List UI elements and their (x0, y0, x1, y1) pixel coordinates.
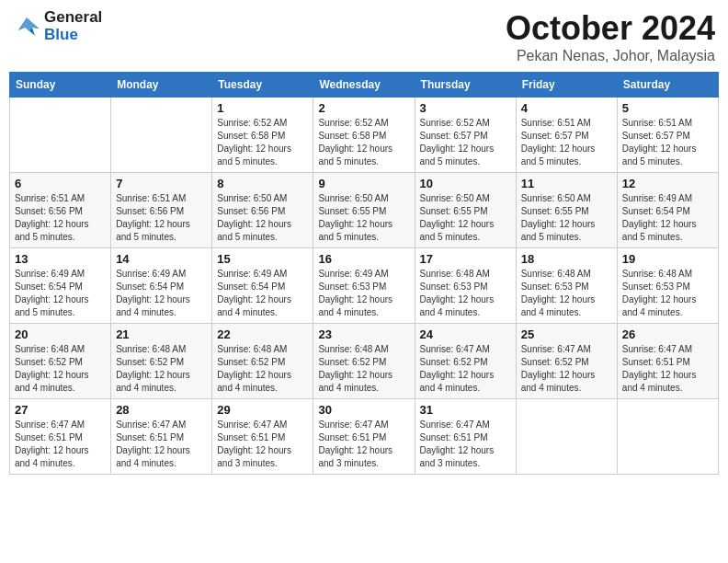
day-number: 14 (116, 252, 207, 266)
calendar-cell: 16Sunrise: 6:49 AMSunset: 6:53 PMDayligh… (313, 248, 415, 324)
day-info: Sunrise: 6:48 AMSunset: 6:52 PMDaylight:… (15, 343, 106, 395)
calendar-header-wednesday: Wednesday (313, 73, 415, 98)
calendar-week-row: 27Sunrise: 6:47 AMSunset: 6:51 PMDayligh… (10, 399, 719, 475)
day-number: 29 (217, 403, 308, 417)
calendar-cell: 10Sunrise: 6:50 AMSunset: 6:55 PMDayligh… (415, 173, 516, 248)
calendar-week-row: 6Sunrise: 6:51 AMSunset: 6:56 PMDaylight… (10, 173, 719, 248)
day-number: 10 (420, 177, 511, 190)
day-number: 22 (217, 327, 308, 341)
day-number: 11 (521, 177, 612, 190)
day-info: Sunrise: 6:48 AMSunset: 6:52 PMDaylight:… (217, 343, 308, 395)
day-info: Sunrise: 6:49 AMSunset: 6:54 PMDaylight:… (116, 268, 207, 319)
calendar-cell: 1Sunrise: 6:52 AMSunset: 6:58 PMDaylight… (212, 98, 313, 173)
day-number: 26 (622, 327, 713, 341)
calendar-cell (617, 399, 718, 475)
page-header: General Blue October 2024 Pekan Nenas, J… (9, 9, 719, 64)
day-info: Sunrise: 6:47 AMSunset: 6:51 PMDaylight:… (622, 343, 713, 395)
calendar-cell: 17Sunrise: 6:48 AMSunset: 6:53 PMDayligh… (415, 248, 516, 324)
day-info: Sunrise: 6:48 AMSunset: 6:52 PMDaylight:… (318, 343, 409, 395)
day-info: Sunrise: 6:48 AMSunset: 6:52 PMDaylight:… (116, 343, 207, 395)
day-info: Sunrise: 6:50 AMSunset: 6:56 PMDaylight:… (217, 192, 308, 244)
day-info: Sunrise: 6:49 AMSunset: 6:54 PMDaylight:… (15, 268, 106, 319)
day-number: 12 (622, 177, 713, 190)
calendar-cell: 4Sunrise: 6:51 AMSunset: 6:57 PMDaylight… (516, 98, 617, 173)
calendar-cell: 31Sunrise: 6:47 AMSunset: 6:51 PMDayligh… (415, 399, 516, 475)
day-number: 18 (521, 252, 612, 266)
calendar-cell: 19Sunrise: 6:48 AMSunset: 6:53 PMDayligh… (617, 248, 718, 324)
calendar-cell: 18Sunrise: 6:48 AMSunset: 6:53 PMDayligh… (516, 248, 617, 324)
calendar-cell: 11Sunrise: 6:50 AMSunset: 6:55 PMDayligh… (516, 173, 617, 248)
calendar-cell: 9Sunrise: 6:50 AMSunset: 6:55 PMDaylight… (313, 173, 415, 248)
calendar-header-friday: Friday (516, 73, 617, 98)
calendar-cell: 28Sunrise: 6:47 AMSunset: 6:51 PMDayligh… (111, 399, 212, 475)
month-title: October 2024 (506, 9, 715, 48)
day-number: 21 (116, 327, 207, 341)
day-info: Sunrise: 6:51 AMSunset: 6:57 PMDaylight:… (622, 117, 713, 168)
day-number: 25 (521, 327, 612, 341)
calendar-cell: 25Sunrise: 6:47 AMSunset: 6:52 PMDayligh… (516, 324, 617, 399)
calendar-cell: 26Sunrise: 6:47 AMSunset: 6:51 PMDayligh… (617, 324, 718, 399)
calendar-cell: 21Sunrise: 6:48 AMSunset: 6:52 PMDayligh… (111, 324, 212, 399)
day-info: Sunrise: 6:47 AMSunset: 6:52 PMDaylight:… (420, 343, 511, 395)
calendar-cell: 13Sunrise: 6:49 AMSunset: 6:54 PMDayligh… (10, 248, 111, 324)
calendar-cell: 2Sunrise: 6:52 AMSunset: 6:58 PMDaylight… (313, 98, 415, 173)
day-number: 9 (318, 177, 409, 190)
calendar-cell: 14Sunrise: 6:49 AMSunset: 6:54 PMDayligh… (111, 248, 212, 324)
calendar-header-thursday: Thursday (415, 73, 516, 98)
calendar-cell: 5Sunrise: 6:51 AMSunset: 6:57 PMDaylight… (617, 98, 718, 173)
day-number: 17 (420, 252, 511, 266)
day-number: 2 (318, 101, 409, 115)
calendar-header-saturday: Saturday (617, 73, 718, 98)
day-info: Sunrise: 6:49 AMSunset: 6:54 PMDaylight:… (217, 268, 308, 319)
day-info: Sunrise: 6:50 AMSunset: 6:55 PMDaylight:… (521, 192, 612, 244)
calendar-header-sunday: Sunday (10, 73, 111, 98)
day-number: 5 (622, 101, 713, 115)
calendar-cell: 30Sunrise: 6:47 AMSunset: 6:51 PMDayligh… (313, 399, 415, 475)
day-info: Sunrise: 6:47 AMSunset: 6:51 PMDaylight:… (217, 419, 308, 470)
day-info: Sunrise: 6:48 AMSunset: 6:53 PMDaylight:… (622, 268, 713, 319)
calendar-cell: 15Sunrise: 6:49 AMSunset: 6:54 PMDayligh… (212, 248, 313, 324)
day-number: 19 (622, 252, 713, 266)
day-number: 30 (318, 403, 409, 417)
day-number: 16 (318, 252, 409, 266)
logo-icon (13, 16, 40, 38)
day-number: 6 (15, 177, 106, 190)
day-info: Sunrise: 6:52 AMSunset: 6:58 PMDaylight:… (318, 117, 409, 168)
day-number: 27 (15, 403, 106, 417)
day-number: 1 (217, 101, 308, 115)
calendar-cell: 22Sunrise: 6:48 AMSunset: 6:52 PMDayligh… (212, 324, 313, 399)
calendar-cell: 27Sunrise: 6:47 AMSunset: 6:51 PMDayligh… (10, 399, 111, 475)
day-info: Sunrise: 6:49 AMSunset: 6:54 PMDaylight:… (622, 192, 713, 244)
day-number: 8 (217, 177, 308, 190)
calendar-week-row: 1Sunrise: 6:52 AMSunset: 6:58 PMDaylight… (10, 98, 719, 173)
day-info: Sunrise: 6:51 AMSunset: 6:57 PMDaylight:… (521, 117, 612, 168)
day-info: Sunrise: 6:52 AMSunset: 6:58 PMDaylight:… (217, 117, 308, 168)
day-number: 24 (420, 327, 511, 341)
day-number: 3 (420, 101, 511, 115)
calendar-table: SundayMondayTuesdayWednesdayThursdayFrid… (9, 72, 719, 475)
location-title: Pekan Nenas, Johor, Malaysia (506, 48, 715, 64)
day-number: 20 (15, 327, 106, 341)
day-number: 7 (116, 177, 207, 190)
day-info: Sunrise: 6:49 AMSunset: 6:53 PMDaylight:… (318, 268, 409, 319)
logo-text-stack: General Blue (44, 9, 102, 43)
calendar-header-row: SundayMondayTuesdayWednesdayThursdayFrid… (10, 73, 719, 98)
day-number: 23 (318, 327, 409, 341)
calendar-cell: 7Sunrise: 6:51 AMSunset: 6:56 PMDaylight… (111, 173, 212, 248)
day-info: Sunrise: 6:47 AMSunset: 6:52 PMDaylight:… (521, 343, 612, 395)
calendar-cell: 8Sunrise: 6:50 AMSunset: 6:56 PMDaylight… (212, 173, 313, 248)
day-info: Sunrise: 6:50 AMSunset: 6:55 PMDaylight:… (318, 192, 409, 244)
calendar-cell (516, 399, 617, 475)
calendar-header-monday: Monday (111, 73, 212, 98)
day-info: Sunrise: 6:47 AMSunset: 6:51 PMDaylight:… (116, 419, 207, 470)
day-info: Sunrise: 6:47 AMSunset: 6:51 PMDaylight:… (15, 419, 106, 470)
calendar-cell: 6Sunrise: 6:51 AMSunset: 6:56 PMDaylight… (10, 173, 111, 248)
calendar-header-tuesday: Tuesday (212, 73, 313, 98)
day-number: 15 (217, 252, 308, 266)
day-info: Sunrise: 6:47 AMSunset: 6:51 PMDaylight:… (420, 419, 511, 470)
day-info: Sunrise: 6:47 AMSunset: 6:51 PMDaylight:… (318, 419, 409, 470)
title-section: October 2024 Pekan Nenas, Johor, Malaysi… (506, 9, 715, 64)
day-info: Sunrise: 6:50 AMSunset: 6:55 PMDaylight:… (420, 192, 511, 244)
day-number: 28 (116, 403, 207, 417)
day-number: 13 (15, 252, 106, 266)
